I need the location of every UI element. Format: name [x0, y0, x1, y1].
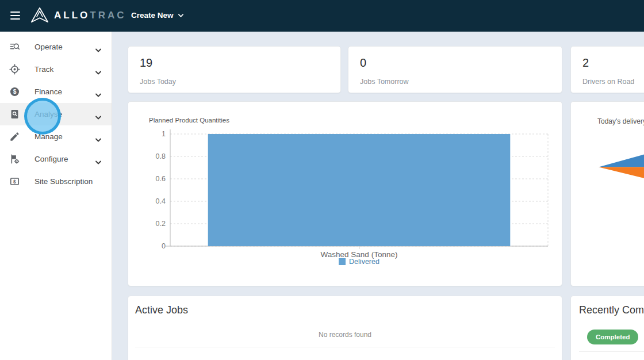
sidebar: Operate Track $ Finance Analyse Manage	[0, 32, 112, 360]
chevron-down-icon	[95, 135, 102, 145]
stat-value: 19	[140, 56, 329, 70]
pie-slice-orange	[599, 167, 644, 181]
recently-completed-card: Recently Com Completed	[570, 296, 644, 360]
svg-text:0.6: 0.6	[156, 175, 166, 183]
stat-label: Drivers on Road	[582, 78, 644, 86]
panel-title: Active Jobs	[135, 304, 188, 316]
flag-gear-icon	[9, 154, 20, 165]
stat-card-drivers-on-road: 2 Drivers on Road	[570, 46, 644, 93]
brand-allo: ALLO	[54, 10, 90, 21]
stat-label: Jobs Tomorrow	[360, 78, 550, 86]
sidebar-item-label: Site Subscription	[34, 177, 93, 186]
sidebar-item-manage[interactable]: Manage	[0, 125, 112, 148]
target-icon	[9, 64, 20, 75]
panel-title: Recently Com	[579, 304, 644, 316]
pie-chart	[571, 102, 644, 286]
create-new-button[interactable]: Create New	[131, 11, 184, 20]
create-new-label: Create New	[131, 11, 174, 20]
chevron-down-icon	[95, 90, 102, 100]
stat-value: 2	[582, 56, 644, 70]
document-search-icon	[9, 109, 20, 120]
sidebar-item-label: Manage	[34, 132, 63, 141]
top-navbar: ALLOTRAC Create New	[0, 0, 644, 32]
stat-value: 0	[360, 56, 550, 70]
pie-slice-blue	[599, 152, 644, 167]
list-search-icon	[9, 41, 20, 53]
divider	[135, 347, 555, 347]
sidebar-item-label: Finance	[34, 87, 62, 96]
svg-text:$: $	[13, 89, 16, 95]
dollar-square-icon: $	[9, 176, 20, 187]
legend-label: Delivered	[349, 258, 379, 266]
svg-text:$: $	[13, 179, 16, 185]
svg-text:0.2: 0.2	[156, 220, 166, 228]
legend-swatch	[339, 258, 346, 265]
delivery-fulfilment-card: Today's delivery fu	[570, 101, 644, 286]
chevron-down-icon	[95, 67, 102, 78]
planned-product-quantities-card: Planned Product Quantities 00.20.40.60.8…	[128, 101, 562, 286]
sidebar-item-label: Analyse	[34, 110, 62, 118]
stat-card-jobs-today: 19 Jobs Today	[128, 46, 341, 93]
chevron-down-icon	[178, 13, 184, 18]
divider	[579, 351, 644, 352]
sidebar-item-configure[interactable]: Configure	[0, 148, 112, 170]
status-badge: Completed	[587, 330, 638, 344]
active-jobs-card: Active Jobs No records found	[128, 296, 562, 360]
sidebar-item-finance[interactable]: $ Finance	[0, 81, 112, 103]
chart-legend[interactable]: Delivered	[170, 258, 548, 266]
svg-text:0.4: 0.4	[156, 197, 166, 205]
sidebar-item-track[interactable]: Track	[0, 58, 112, 81]
chevron-down-icon	[95, 45, 102, 55]
chevron-down-icon	[95, 112, 102, 122]
sidebar-item-label: Operate	[34, 43, 63, 51]
chevron-down-icon	[95, 157, 102, 167]
brand-title: ALLOTRAC	[54, 10, 126, 21]
sidebar-item-label: Track	[34, 65, 53, 74]
sidebar-item-label: Configure	[34, 155, 68, 163]
svg-text:0.8: 0.8	[156, 152, 166, 160]
allotrac-logo-icon	[30, 6, 49, 24]
dollar-circle-icon: $	[9, 86, 20, 98]
menu-icon[interactable]	[10, 12, 20, 20]
sidebar-item-analyse[interactable]: Analyse	[0, 103, 112, 125]
pencil-icon	[9, 131, 20, 143]
stat-card-jobs-tomorrow: 0 Jobs Tomorrow	[348, 46, 562, 93]
stat-label: Jobs Today	[140, 78, 329, 86]
sidebar-item-operate[interactable]: Operate	[0, 36, 112, 58]
svg-text:1: 1	[162, 130, 166, 138]
sidebar-item-site-subscription[interactable]: $ Site Subscription	[0, 170, 112, 193]
empty-message: No records found	[128, 331, 562, 339]
brand-trac: TRAC	[90, 10, 126, 21]
